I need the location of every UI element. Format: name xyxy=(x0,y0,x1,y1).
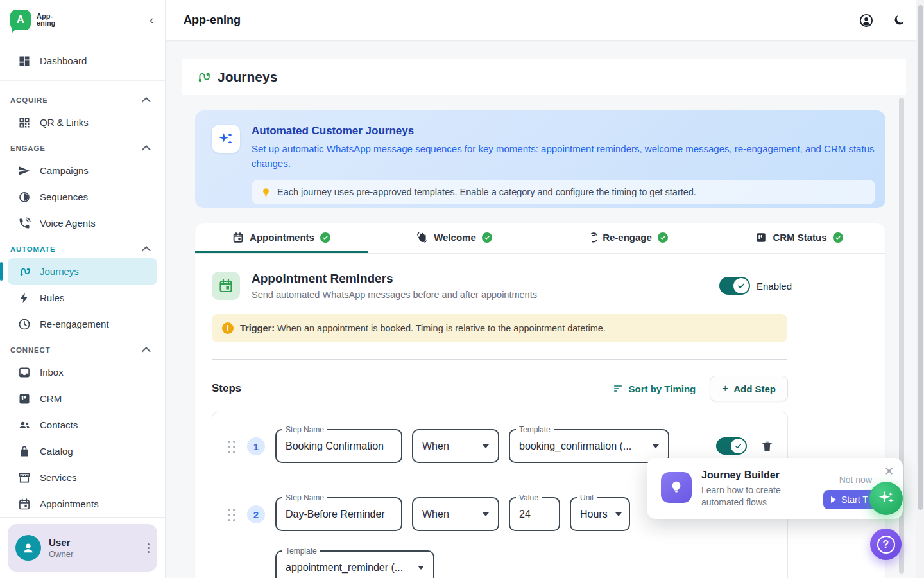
app-logo-icon: A xyxy=(10,10,31,30)
toast-body: Learn how to create automated flows xyxy=(701,484,804,509)
not-now-button[interactable]: Not now xyxy=(839,475,872,485)
page-header: Journeys xyxy=(182,59,906,95)
sidebar-item-campaigns[interactable]: Campaigns xyxy=(0,157,165,184)
when-select[interactable]: When xyxy=(412,497,499,531)
sidebar-item-journeys[interactable]: Journeys xyxy=(8,258,157,285)
journeys-route-icon xyxy=(18,265,31,278)
tab-re-engage[interactable]: Re-engage xyxy=(540,223,713,253)
drag-handle-icon[interactable] xyxy=(228,509,235,521)
value-field[interactable]: Value xyxy=(509,497,560,531)
account-icon[interactable] xyxy=(859,13,873,28)
step-name-field[interactable]: Step Name xyxy=(275,497,402,531)
tab-welcome[interactable]: Welcome xyxy=(368,223,540,253)
step-name-field[interactable]: Step Name xyxy=(275,429,402,463)
sidebar-item-re-engagement[interactable]: Re-engagement xyxy=(0,311,165,337)
calendar-icon xyxy=(232,232,244,243)
enabled-toggle[interactable] xyxy=(719,277,750,295)
storefront-icon xyxy=(18,471,31,484)
window-scrollbar-thumb[interactable] xyxy=(918,5,923,510)
sidebar-item-sequences[interactable]: Sequences xyxy=(0,184,165,210)
section-header-acquire[interactable]: ACQUIRE xyxy=(0,87,165,109)
refresh-icon xyxy=(585,232,597,243)
delete-trash-icon[interactable] xyxy=(761,440,773,453)
value-input[interactable] xyxy=(519,509,550,520)
sidebar-item-inbox[interactable]: Inbox xyxy=(0,359,165,385)
section-header-automate[interactable]: AUTOMATE xyxy=(0,236,165,258)
section-header-connect[interactable]: CONNECT xyxy=(0,337,165,359)
ai-sparkles-fab[interactable] xyxy=(869,482,903,515)
journeys-card: Appointments Welcome Re-engage CRM Statu… xyxy=(195,223,886,578)
window-scrollbar[interactable] xyxy=(916,0,924,578)
sidebar-item-qr-links[interactable]: QR & Links xyxy=(0,109,165,136)
dashboard-icon xyxy=(18,55,31,67)
check-badge-icon xyxy=(833,232,843,243)
unit-select[interactable]: Unit Hours xyxy=(570,497,630,531)
divider xyxy=(0,80,165,81)
page-title: Journeys xyxy=(218,69,277,85)
user-menu-icon[interactable] xyxy=(148,541,150,555)
sidebar-collapse-icon[interactable]: ‹ xyxy=(150,13,153,27)
step-number: 2 xyxy=(247,505,265,523)
user-role: Owner xyxy=(49,549,73,559)
lightbulb-icon xyxy=(261,188,271,197)
qr-code-icon xyxy=(18,116,31,129)
sort-icon xyxy=(613,383,623,394)
step-name-input[interactable] xyxy=(286,509,392,520)
kanban-icon xyxy=(755,232,767,243)
tab-appointments[interactable]: Appointments xyxy=(195,223,368,253)
tab-crm-status[interactable]: CRM Status xyxy=(713,223,886,253)
sparkles-icon xyxy=(212,125,240,153)
sidebar-item-voice-agents[interactable]: Voice Agents xyxy=(0,210,165,236)
phone-icon xyxy=(18,217,31,230)
sidebar-item-contacts[interactable]: Contacts xyxy=(0,412,165,438)
help-fab[interactable]: ? xyxy=(870,529,902,560)
step-enabled-toggle[interactable] xyxy=(716,437,747,455)
add-step-button[interactable]: + Add Step xyxy=(710,376,788,401)
banner-title: Automated Customer Journeys xyxy=(252,125,875,137)
steps-heading: Steps xyxy=(212,382,241,395)
question-mark-icon: ? xyxy=(877,536,895,554)
sidebar-item-crm[interactable]: CRM xyxy=(0,385,165,412)
kanban-icon xyxy=(18,392,31,405)
caret-down-icon xyxy=(615,512,622,516)
banner-body: Set up automatic WhatsApp message sequen… xyxy=(252,142,875,171)
template-select[interactable]: Template booking_confirmation (... xyxy=(509,429,669,463)
sidebar-item-catalog[interactable]: Catalog xyxy=(0,438,165,464)
sort-by-timing-button[interactable]: Sort by Timing xyxy=(613,383,696,394)
topbar: App-ening xyxy=(166,0,924,41)
caret-down-icon xyxy=(418,566,424,570)
people-icon xyxy=(18,419,31,432)
sidebar-header: A App- ening ‹ xyxy=(0,0,165,40)
banner-note: Each journey uses pre-approved templates… xyxy=(252,180,875,204)
send-icon xyxy=(18,164,31,177)
plus-icon: + xyxy=(722,382,728,395)
info-icon: i xyxy=(222,322,234,334)
caret-down-icon xyxy=(653,444,659,448)
template-select[interactable]: Template appointment_reminder (... xyxy=(275,550,434,578)
sidebar: A App- ening ‹ Dashboard ACQUIRE QR & Li… xyxy=(0,0,166,578)
dark-mode-moon-icon[interactable] xyxy=(893,13,906,27)
play-icon xyxy=(831,496,836,503)
user-name: User xyxy=(49,537,73,548)
section-header-engage[interactable]: ENGAGE xyxy=(0,136,165,157)
category-tabs: Appointments Welcome Re-engage CRM Statu… xyxy=(195,223,886,254)
sidebar-item-services[interactable]: Services xyxy=(0,464,165,491)
sidebar-nav: Dashboard ACQUIRE QR & Links ENGAGE Camp… xyxy=(0,41,165,517)
user-card[interactable]: User Owner xyxy=(8,524,157,572)
user-icon xyxy=(21,541,35,555)
sparkles-icon xyxy=(877,489,896,508)
inbox-icon xyxy=(18,366,31,379)
waving-hand-icon xyxy=(416,231,428,243)
journeys-route-icon xyxy=(196,69,211,85)
logo-wordmark: App- ening xyxy=(37,13,55,27)
caret-down-icon xyxy=(483,512,489,516)
when-select[interactable]: When xyxy=(412,429,499,463)
sidebar-item-dashboard[interactable]: Dashboard xyxy=(0,48,165,74)
sidebar-item-appointments[interactable]: Appointments xyxy=(0,491,165,517)
section-subtitle: Send automated WhatsApp messages before … xyxy=(252,290,537,300)
close-icon[interactable]: ✕ xyxy=(884,466,894,477)
drag-handle-icon[interactable] xyxy=(228,441,235,453)
calendar-icon xyxy=(212,272,240,300)
step-name-input[interactable] xyxy=(286,441,392,452)
sidebar-item-rules[interactable]: Rules xyxy=(0,285,165,311)
